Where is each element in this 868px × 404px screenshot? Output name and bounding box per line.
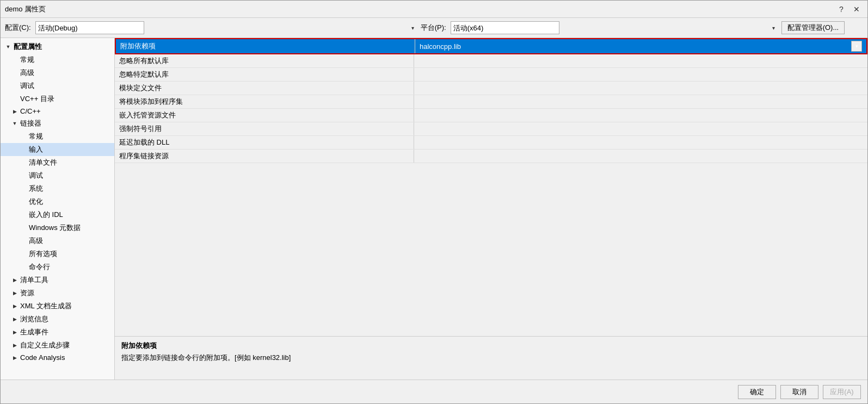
title-bar-controls: ? ✕: [835, 3, 863, 16]
config-select-wrapper: 活动(Debug): [35, 21, 416, 34]
sidebar-item-code-analysis[interactable]: ▶Code Analysis: [1, 352, 114, 363]
prop-name-assembly-res: 程序集链接资源: [115, 150, 414, 163]
tree-expand-icon: ▶: [11, 277, 18, 283]
sidebar-item-custom-build[interactable]: ▶自定义生成步骤: [1, 339, 114, 352]
description-area: 附加依赖项 指定要添加到链接命令行的附加项。[例如 kernel32.lib]: [115, 336, 867, 380]
prop-row-module-def[interactable]: 模块定义文件: [115, 82, 867, 95]
prop-value-additional-deps: halconcpp.lib▾: [415, 39, 866, 53]
prop-row-assembly-res[interactable]: 程序集链接资源: [115, 150, 867, 163]
prop-row-ignore-specific-libs[interactable]: 忽略特定默认库: [115, 68, 867, 82]
sidebar-item-linker-idl[interactable]: 嵌入的 IDL: [1, 208, 114, 221]
prop-row-embed-managed[interactable]: 嵌入托管资源文件: [115, 109, 867, 122]
sidebar-item-linker[interactable]: ▼链接器: [1, 117, 114, 130]
sidebar-item-xml-gen[interactable]: ▶XML 文档生成器: [1, 300, 114, 313]
sidebar-item-general[interactable]: 常规: [1, 53, 114, 66]
tree-expand-icon: ▶: [11, 342, 18, 349]
prop-row-additional-deps[interactable]: 附加依赖项halconcpp.lib▾: [115, 38, 867, 54]
platform-select[interactable]: 活动(x64): [451, 21, 559, 34]
config-select[interactable]: 活动(Debug): [35, 21, 144, 34]
sidebar-item-linker-winmeta[interactable]: Windows 元数据: [1, 221, 114, 234]
sidebar-item-manifest-tool[interactable]: ▶清单工具: [1, 274, 114, 287]
sidebar-item-label: 链接器: [20, 119, 41, 128]
sidebar-item-linker-allopts[interactable]: 所有选项: [1, 247, 114, 260]
prop-name-embed-managed: 嵌入托管资源文件: [115, 109, 414, 122]
sidebar-item-label: 所有选项: [29, 249, 57, 259]
sidebar-item-label: 生成事件: [20, 327, 48, 337]
prop-row-ignore-all-libs[interactable]: 忽略所有默认库: [115, 54, 867, 68]
manage-config-button[interactable]: 配置管理器(O)...: [781, 21, 845, 34]
sidebar-item-label: 常规: [20, 55, 34, 65]
sidebar-item-config-props[interactable]: ▼配置属性: [1, 40, 114, 53]
prop-row-add-module[interactable]: 将模块添加到程序集: [115, 95, 867, 109]
apply-button[interactable]: 应用(A): [823, 385, 861, 399]
sidebar-item-browse-info[interactable]: ▶浏览信息: [1, 313, 114, 326]
sidebar-item-label: 嵌入的 IDL: [29, 210, 63, 220]
sidebar-item-linker-manifest[interactable]: 清单文件: [1, 156, 114, 169]
sidebar-item-linker-advanced[interactable]: 高级: [1, 234, 114, 247]
prop-name-additional-deps: 附加依赖项: [116, 39, 415, 53]
sidebar-item-label: 常规: [29, 132, 43, 141]
sidebar-item-label: 系统: [29, 184, 43, 194]
properties-area: 附加依赖项halconcpp.lib▾忽略所有默认库忽略特定默认库模块定义文件将…: [115, 38, 867, 380]
prop-dropdown-btn[interactable]: ▾: [851, 41, 862, 52]
sidebar-item-label: 优化: [29, 197, 43, 207]
sidebar-item-label: 自定义生成步骤: [20, 340, 70, 350]
footer: 确定 取消 应用(A): [1, 380, 867, 403]
prop-name-ignore-all-libs: 忽略所有默认库: [115, 54, 414, 67]
prop-value-assembly-res: [414, 150, 867, 163]
help-button[interactable]: ?: [835, 3, 848, 16]
prop-name-add-module: 将模块添加到程序集: [115, 95, 414, 108]
sidebar-item-label: VC++ 目录: [20, 94, 54, 104]
sidebar-item-linker-input[interactable]: 输入: [1, 143, 114, 156]
sidebar-item-label: 浏览信息: [20, 314, 48, 324]
prop-name-force-symbol: 强制符号引用: [115, 122, 414, 135]
prop-name-module-def: 模块定义文件: [115, 82, 414, 95]
sidebar-item-build-events[interactable]: ▶生成事件: [1, 326, 114, 339]
sidebar-item-linker-optimize[interactable]: 优化: [1, 195, 114, 208]
sidebar-item-label: 清单文件: [29, 158, 57, 167]
tree-expand-icon: ▼: [5, 43, 11, 50]
sidebar-item-resources[interactable]: ▶资源: [1, 287, 114, 300]
prop-row-delay-load[interactable]: 延迟加载的 DLL: [115, 136, 867, 150]
window-title: demo 属性页: [5, 4, 46, 14]
prop-row-force-symbol[interactable]: 强制符号引用: [115, 122, 867, 136]
cancel-button[interactable]: 取消: [780, 385, 818, 399]
title-bar: demo 属性页 ? ✕: [1, 1, 867, 18]
close-button[interactable]: ✕: [850, 3, 863, 16]
sidebar-item-debug[interactable]: 调试: [1, 79, 114, 92]
sidebar-item-cpp[interactable]: ▶C/C++: [1, 105, 114, 117]
sidebar: ▼配置属性常规高级调试VC++ 目录▶C/C++▼链接器常规输入清单文件调试系统…: [1, 38, 115, 380]
prop-name-ignore-specific-libs: 忽略特定默认库: [115, 68, 414, 81]
ok-button[interactable]: 确定: [738, 385, 776, 399]
sidebar-item-label: C/C++: [20, 107, 41, 115]
tree-expand-icon: ▶: [11, 303, 18, 309]
sidebar-item-vc-dir[interactable]: VC++ 目录: [1, 92, 114, 105]
description-text: 指定要添加到链接命令行的附加项。[例如 kernel32.lib]: [121, 353, 861, 363]
sidebar-item-label: 高级: [20, 68, 34, 78]
tree-expand-icon: ▶: [11, 329, 18, 335]
sidebar-item-label: XML 文档生成器: [20, 301, 72, 311]
sidebar-item-linker-debug[interactable]: 调试: [1, 169, 114, 182]
sidebar-item-label: 输入: [29, 145, 43, 154]
prop-value-force-symbol: [414, 122, 867, 135]
prop-value-module-def: [414, 82, 867, 95]
sidebar-item-label: Windows 元数据: [29, 223, 81, 233]
tree-expand-icon: ▶: [11, 290, 18, 296]
tree-expand-icon: ▶: [11, 355, 18, 361]
description-title: 附加依赖项: [121, 341, 861, 351]
main-content: ▼配置属性常规高级调试VC++ 目录▶C/C++▼链接器常规输入清单文件调试系统…: [1, 38, 867, 380]
sidebar-item-advanced[interactable]: 高级: [1, 66, 114, 79]
sidebar-item-label: 命令行: [29, 262, 50, 272]
sidebar-item-linker-general[interactable]: 常规: [1, 130, 114, 143]
tree-expand-icon: ▶: [11, 316, 18, 322]
sidebar-item-linker-cmd[interactable]: 命令行: [1, 260, 114, 274]
sidebar-item-label: 调试: [29, 171, 43, 181]
sidebar-item-label: 调试: [20, 81, 34, 91]
toolbar: 配置(C): 活动(Debug) 平台(P): 活动(x64) 配置管理器(O)…: [1, 18, 867, 38]
sidebar-item-label: 配置属性: [14, 42, 42, 52]
sidebar-item-label: 高级: [29, 236, 43, 246]
title-bar-left: demo 属性页: [5, 4, 46, 14]
tree-expand-icon: ▶: [11, 108, 18, 115]
sidebar-item-linker-system[interactable]: 系统: [1, 182, 114, 195]
main-dialog: demo 属性页 ? ✕ 配置(C): 活动(Debug) 平台(P): 活动(…: [0, 0, 868, 404]
